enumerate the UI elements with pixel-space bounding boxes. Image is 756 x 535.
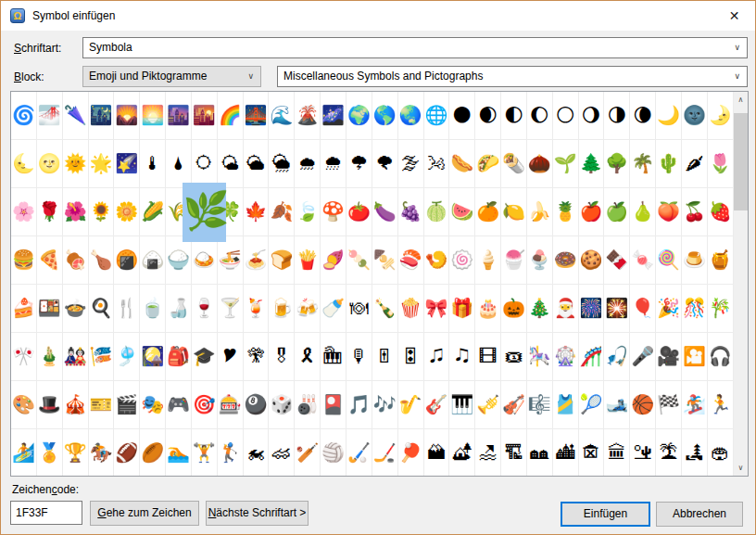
glyph-cell[interactable]: 🌄 — [114, 92, 140, 139]
glyph-cell[interactable]: 🌠 — [114, 140, 140, 187]
glyph-cell[interactable]: 🍘 — [114, 236, 140, 284]
goto-character-button[interactable]: Gehe zum Zeichen — [90, 501, 199, 526]
glyph-cell[interactable]: 🍝 — [244, 236, 270, 284]
glyph-cell[interactable]: 🎹 — [449, 381, 475, 428]
glyph-cell[interactable]: 🏗 — [501, 429, 527, 476]
glyph-cell[interactable]: 🌺 — [63, 188, 89, 236]
glyph-cell[interactable]: 🎶 — [372, 381, 398, 428]
glyph-cell[interactable]: 🌌 — [321, 92, 346, 139]
glyph-cell[interactable]: 🌎 — [372, 92, 398, 139]
glyph-cell[interactable]: 🍅 — [346, 188, 372, 236]
glyph-cell[interactable]: 🏄 — [11, 429, 37, 476]
glyph-cell[interactable]: 🎗 — [295, 333, 321, 380]
glyph-cell[interactable]: 🎁 — [449, 285, 475, 332]
glyph-cell[interactable]: 🌧 — [295, 140, 321, 187]
glyph-cell[interactable]: 🍗 — [89, 236, 115, 284]
glyph-cell[interactable]: 🌈 — [218, 92, 244, 139]
glyph-cell[interactable]: 🍊 — [475, 188, 501, 236]
glyph-cell[interactable]: 🍶 — [166, 285, 192, 332]
glyph-cell[interactable]: 🏌 — [218, 429, 244, 476]
chevron-down-icon[interactable]: ∨ — [247, 67, 254, 86]
glyph-cell[interactable]: 🍃 — [295, 188, 321, 236]
glyph-cell[interactable]: 🌽 — [140, 188, 166, 236]
glyph-cell[interactable]: 🎭 — [140, 381, 166, 428]
glyph-cell[interactable]: 🍎 — [579, 188, 605, 236]
glyph-cell[interactable]: 🎢 — [579, 333, 605, 380]
glyph-cell[interactable]: 🎒 — [166, 333, 192, 380]
glyph-cell[interactable]: 🌓 — [501, 92, 527, 139]
glyph-cell[interactable]: 🎊 — [682, 285, 708, 332]
glyph-cell[interactable]: 🎱 — [244, 381, 270, 428]
glyph-cell[interactable]: 🌉 — [244, 92, 270, 139]
glyph-cell[interactable]: 🌀 — [11, 92, 37, 139]
glyph-cell[interactable]: 🍆 — [372, 188, 398, 236]
glyph-cell[interactable]: 🎡 — [553, 333, 579, 380]
glyph-cell[interactable]: 🍐 — [630, 188, 656, 236]
glyph-cell[interactable]: 🍂 — [269, 188, 295, 236]
font-combobox[interactable]: Symbola ∨ — [82, 37, 748, 58]
glyph-cell[interactable]: 🍒 — [682, 188, 708, 236]
glyph-cell[interactable]: 🏇 — [89, 429, 115, 476]
glyph-cell[interactable]: 🌭 — [449, 140, 475, 187]
scroll-up-icon[interactable]: ∧ — [734, 92, 748, 108]
glyph-cell[interactable]: 🍴 — [114, 285, 140, 332]
glyph-cell[interactable]: 🌝 — [37, 140, 63, 187]
glyph-cell[interactable]: 🌏 — [398, 92, 424, 139]
glyph-cell[interactable]: 🌢 — [166, 140, 192, 187]
glyph-cell[interactable]: 🌖 — [579, 92, 605, 139]
glyph-cell[interactable]: 🏋 — [192, 429, 218, 476]
glyph-cell[interactable]: 🌩 — [346, 140, 372, 187]
glyph-cell[interactable]: 🏃 — [708, 381, 734, 428]
glyph-cell[interactable]: 🏔 — [424, 429, 450, 476]
scrollbar-thumb[interactable] — [734, 113, 748, 210]
glyph-cell[interactable]: 🏒 — [372, 429, 398, 476]
glyph-cell[interactable]: 🌦 — [269, 140, 295, 187]
glyph-cell[interactable]: 🎦 — [682, 333, 708, 380]
glyph-cell[interactable]: 🎺 — [475, 381, 501, 428]
glyph-cell[interactable]: 🌯 — [501, 140, 527, 187]
glyph-cell[interactable]: 🍭 — [656, 236, 682, 284]
glyph-cell[interactable]: 🎽 — [553, 381, 579, 428]
glyph-cell[interactable]: 🌍 — [346, 92, 372, 139]
glyph-cell[interactable]: 🍰 — [11, 285, 37, 332]
glyph-cell[interactable]: 🎛 — [398, 333, 424, 380]
glyph-cell[interactable]: 🎥 — [656, 333, 682, 380]
glyph-cell[interactable]: 🌒 — [475, 92, 501, 139]
close-icon[interactable]: ✕ — [713, 1, 755, 31]
chevron-down-icon[interactable]: ∨ — [734, 67, 740, 86]
glyph-cell[interactable]: 🎠 — [527, 333, 553, 380]
glyph-cell[interactable]: 🍠 — [321, 236, 346, 284]
glyph-cell[interactable]: 🍕 — [37, 236, 63, 284]
glyph-cell[interactable]: 🍞 — [269, 236, 295, 284]
glyph-cell[interactable]: 🌆 — [166, 92, 192, 139]
glyph-cell[interactable]: 🎘 — [321, 333, 346, 380]
glyph-cell[interactable]: 🍥 — [449, 236, 475, 284]
glyph-cell[interactable]: 🎚 — [372, 333, 398, 380]
glyph-cell[interactable]: 🎣 — [604, 333, 630, 380]
glyph-cell[interactable]: 🎟 — [501, 333, 527, 380]
glyph-cell[interactable]: 🍾 — [372, 285, 398, 332]
glyph-cell[interactable]: 🎈 — [630, 285, 656, 332]
glyph-cell[interactable]: 🍱 — [37, 285, 63, 332]
glyph-cell[interactable]: 🎝 — [449, 333, 475, 380]
glyph-cell[interactable]: 🌸 — [11, 188, 37, 236]
glyph-cell[interactable]: 🎓 — [192, 333, 218, 380]
glyph-cell[interactable]: 🎿 — [604, 381, 630, 428]
glyph-cell[interactable]: 🌛 — [708, 92, 734, 139]
glyph-cell[interactable]: 🎂 — [475, 285, 501, 332]
glyph-cell[interactable]: 🌃 — [89, 92, 115, 139]
glyph-cell[interactable]: 🏑 — [346, 429, 372, 476]
glyph-cell[interactable]: 🌷 — [708, 140, 734, 187]
glyph-cell[interactable]: 🏐 — [321, 429, 346, 476]
glyph-cell[interactable]: 🍦 — [475, 236, 501, 284]
glyph-cell[interactable]: 🎩 — [37, 381, 63, 428]
glyph-cell[interactable]: 🍵 — [140, 285, 166, 332]
glyph-cell[interactable]: 🎴 — [321, 381, 346, 428]
glyph-cell[interactable]: 🎐 — [114, 333, 140, 380]
glyph-cell[interactable]: 🍯 — [708, 236, 734, 284]
glyph-cell[interactable]: 🍑 — [656, 188, 682, 236]
glyph-cell[interactable]: 🎀 — [424, 285, 450, 332]
glyph-cell[interactable]: 🏈 — [114, 429, 140, 476]
glyph-cell[interactable]: 🎉 — [656, 285, 682, 332]
vertical-scrollbar[interactable]: ∧ ∨ — [734, 92, 748, 476]
